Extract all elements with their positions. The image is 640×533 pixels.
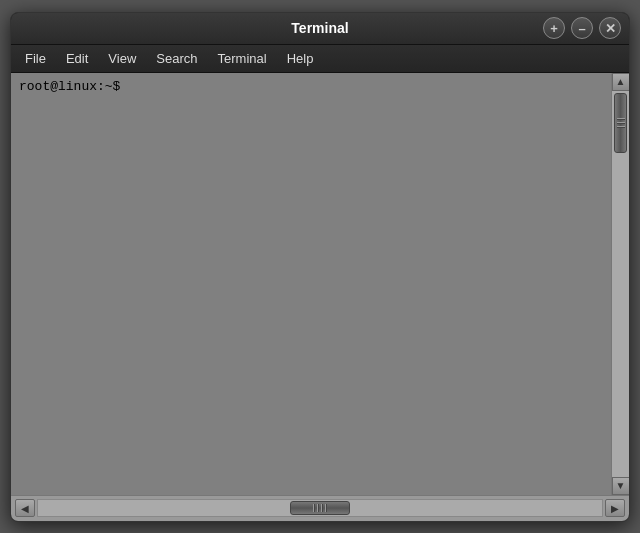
window-title: Terminal: [291, 20, 348, 36]
h-thumb-grip-1: [313, 504, 315, 512]
scrollbar-vertical: ▲ ▼: [611, 73, 629, 495]
scroll-track-vertical[interactable]: [612, 91, 629, 477]
scroll-up-button[interactable]: ▲: [612, 73, 630, 91]
add-button[interactable]: +: [543, 17, 565, 39]
menu-file[interactable]: File: [15, 49, 56, 68]
menu-edit[interactable]: Edit: [56, 49, 98, 68]
scroll-thumb-horizontal[interactable]: [290, 501, 350, 515]
terminal-prompt: root@linux:~$: [19, 79, 120, 94]
terminal-window: Terminal + – ✕ File Edit View Search Ter…: [10, 12, 630, 522]
terminal-content-area[interactable]: root@linux:~$: [11, 73, 611, 495]
menu-help[interactable]: Help: [277, 49, 324, 68]
scroll-track-horizontal[interactable]: [37, 499, 603, 517]
menu-search[interactable]: Search: [146, 49, 207, 68]
terminal-body: root@linux:~$ ▲ ▼: [11, 73, 629, 495]
scroll-thumb-vertical[interactable]: [614, 93, 627, 153]
window-controls: + – ✕: [543, 17, 621, 39]
close-button[interactable]: ✕: [599, 17, 621, 39]
menu-terminal[interactable]: Terminal: [208, 49, 277, 68]
title-bar: Terminal + – ✕: [11, 13, 629, 45]
scroll-right-button[interactable]: ▶: [605, 499, 625, 517]
thumb-grip-1: [617, 118, 625, 120]
thumb-grip-2: [617, 122, 625, 124]
minimize-button[interactable]: –: [571, 17, 593, 39]
menu-view[interactable]: View: [98, 49, 146, 68]
h-thumb-grip-4: [325, 504, 327, 512]
scroll-left-button[interactable]: ◀: [15, 499, 35, 517]
menu-bar: File Edit View Search Terminal Help: [11, 45, 629, 73]
thumb-grip-3: [617, 126, 625, 128]
h-thumb-grip-3: [321, 504, 323, 512]
h-thumb-grip-2: [317, 504, 319, 512]
scrollbar-horizontal-bar: ◀ ▶: [11, 495, 629, 521]
scroll-down-button[interactable]: ▼: [612, 477, 630, 495]
